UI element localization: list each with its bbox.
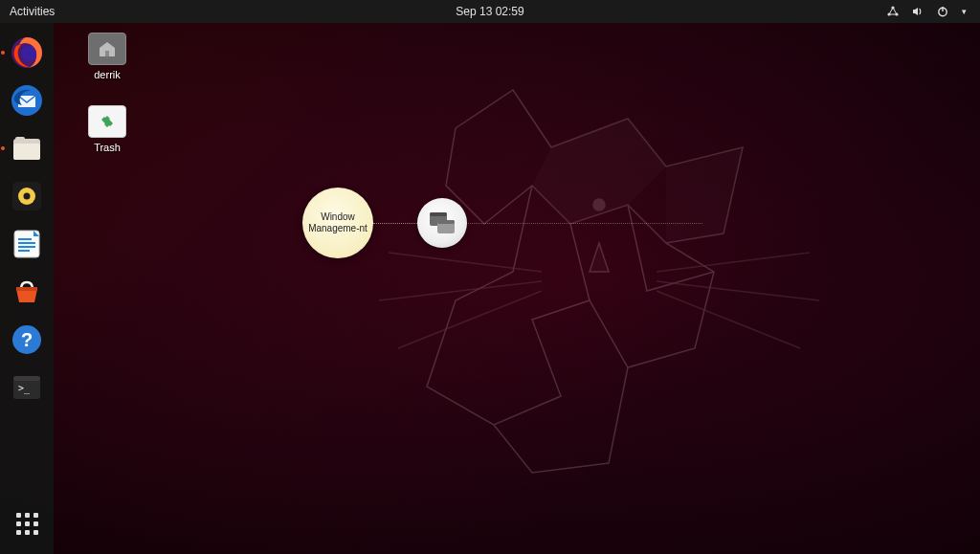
terminal-icon: >_ — [11, 371, 43, 404]
dock-firefox[interactable] — [6, 32, 48, 74]
top-bar: Activities Sep 13 02:59 ▾ — [0, 0, 980, 23]
trash-icon — [97, 111, 118, 132]
svg-rect-4 — [942, 7, 943, 11]
dock-thunderbird[interactable] — [6, 79, 48, 122]
clock[interactable]: Sep 13 02:59 — [456, 5, 523, 18]
pie-connector — [373, 223, 423, 224]
svg-rect-23 — [13, 376, 40, 381]
svg-rect-18 — [18, 250, 30, 252]
svg-rect-19 — [16, 287, 37, 291]
svg-point-13 — [24, 193, 31, 200]
svg-rect-10 — [15, 137, 25, 142]
home-icon — [98, 40, 117, 57]
thunderbird-icon — [9, 82, 45, 119]
desktop[interactable]: derrik Trash Window Manageme-nt — [54, 23, 980, 554]
svg-text:>_: >_ — [18, 383, 31, 394]
dock: ? >_ — [0, 23, 54, 554]
pie-launcher: Window Manageme-nt — [302, 188, 702, 258]
firefox-icon — [9, 34, 45, 71]
pie-selected-label-text: Window Manageme-nt — [308, 211, 368, 234]
svg-rect-30 — [430, 212, 447, 216]
files-icon — [11, 132, 43, 165]
pie-selected-label[interactable]: Window Manageme-nt — [302, 188, 373, 258]
network-icon[interactable] — [886, 5, 900, 18]
svg-rect-15 — [18, 238, 32, 240]
pie-trail — [463, 223, 702, 224]
dock-libreoffice-writer[interactable] — [6, 223, 48, 265]
svg-rect-28 — [105, 51, 109, 56]
dock-terminal[interactable]: >_ — [6, 366, 48, 409]
desktop-home-folder[interactable]: derrik — [73, 33, 142, 80]
svg-rect-17 — [18, 246, 35, 248]
software-icon — [11, 276, 43, 308]
windows-icon — [428, 211, 457, 235]
chevron-down-icon[interactable]: ▾ — [957, 5, 970, 18]
power-icon[interactable] — [936, 5, 949, 18]
pie-slice-window-management[interactable] — [417, 198, 467, 248]
wallpaper-art — [341, 80, 819, 482]
desktop-home-label: derrik — [73, 69, 142, 80]
dock-files[interactable] — [6, 127, 48, 169]
help-icon: ? — [11, 323, 43, 356]
svg-rect-9 — [13, 144, 40, 160]
libreoffice-writer-icon — [11, 228, 43, 260]
desktop-trash[interactable]: Trash — [73, 105, 142, 153]
rhythmbox-icon — [11, 180, 43, 212]
dock-help[interactable]: ? — [6, 319, 48, 361]
svg-point-6 — [21, 46, 36, 61]
show-applications-button[interactable] — [6, 502, 48, 544]
desktop-trash-label: Trash — [73, 142, 142, 153]
svg-text:?: ? — [21, 329, 33, 350]
activities-button[interactable]: Activities — [10, 5, 55, 18]
svg-rect-32 — [437, 220, 455, 224]
dock-software[interactable] — [6, 271, 48, 313]
dock-rhythmbox[interactable] — [6, 175, 48, 217]
volume-icon[interactable] — [911, 5, 924, 18]
svg-rect-16 — [18, 242, 35, 244]
